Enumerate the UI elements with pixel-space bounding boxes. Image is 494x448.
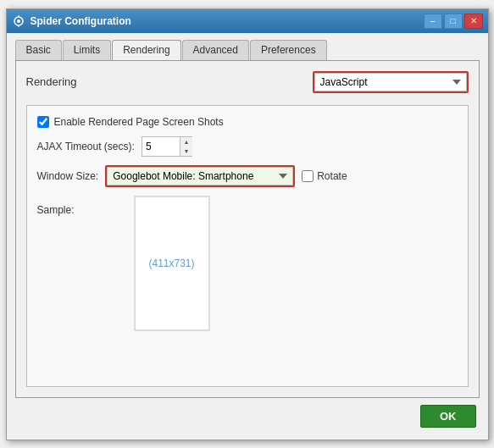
rotate-row: Rotate (302, 170, 347, 182)
sample-label: Sample: (37, 204, 75, 216)
ajax-timeout-label: AJAX Timeout (secs): (37, 141, 135, 152)
enable-screenshots-checkbox[interactable] (37, 116, 49, 128)
tab-panel-rendering: Rendering JavaScript None PhantomJS Enab… (15, 60, 480, 398)
enable-screenshots-label: Enable Rendered Page Screen Shots (54, 116, 224, 128)
ajax-timeout-row: AJAX Timeout (secs): ▲ ▼ (37, 136, 458, 157)
window-size-row: Window Size: Googlebot Mobile: Smartphon… (37, 165, 458, 187)
close-button[interactable]: ✕ (464, 14, 483, 29)
main-window: Spider Configuration – □ ✕ Basic Limits … (6, 8, 489, 440)
inner-box: Enable Rendered Page Screen Shots AJAX T… (26, 105, 469, 387)
enable-screenshots-row: Enable Rendered Page Screen Shots (37, 116, 458, 128)
rendering-label: Rendering (26, 75, 128, 88)
tabs: Basic Limits Rendering Advanced Preferen… (15, 40, 480, 60)
tab-rendering[interactable]: Rendering (112, 40, 180, 60)
title-bar: Spider Configuration – □ ✕ (7, 9, 488, 33)
phone-dimensions: (411x731) (149, 257, 195, 269)
ajax-input-wrapper: ▲ ▼ (142, 136, 192, 157)
minimize-button[interactable]: – (424, 14, 442, 29)
rotate-label: Rotate (317, 170, 347, 182)
ajax-decrement-button[interactable]: ▼ (180, 147, 192, 156)
tab-basic[interactable]: Basic (15, 40, 62, 60)
tab-limits[interactable]: Limits (63, 40, 111, 60)
ajax-increment-button[interactable]: ▲ (180, 137, 192, 147)
svg-point-1 (17, 19, 20, 23)
tab-preferences[interactable]: Preferences (250, 40, 327, 60)
tab-advanced[interactable]: Advanced (182, 40, 249, 60)
phone-preview: (411x731) (134, 196, 210, 331)
rendering-row: Rendering JavaScript None PhantomJS (26, 71, 469, 93)
sample-area: Sample: (411x731) (37, 196, 458, 376)
content-area: Basic Limits Rendering Advanced Preferen… (7, 33, 488, 440)
rotate-checkbox[interactable] (302, 170, 314, 182)
window-size-select[interactable]: Googlebot Mobile: Smartphone Desktop: 10… (107, 167, 293, 185)
footer: OK (15, 398, 480, 431)
app-icon (12, 14, 25, 28)
ok-button[interactable]: OK (420, 405, 476, 428)
window-controls: – □ ✕ (424, 14, 483, 29)
rendering-select-wrapper: JavaScript None PhantomJS (313, 71, 469, 93)
rendering-select[interactable]: JavaScript None PhantomJS (314, 73, 467, 91)
window-title: Spider Configuration (31, 15, 424, 27)
window-size-select-wrapper: Googlebot Mobile: Smartphone Desktop: 10… (105, 165, 295, 187)
ajax-timeout-input[interactable] (142, 139, 180, 154)
ajax-spinner: ▲ ▼ (180, 137, 192, 156)
maximize-button[interactable]: □ (444, 14, 463, 29)
window-size-label: Window Size: (37, 170, 99, 182)
